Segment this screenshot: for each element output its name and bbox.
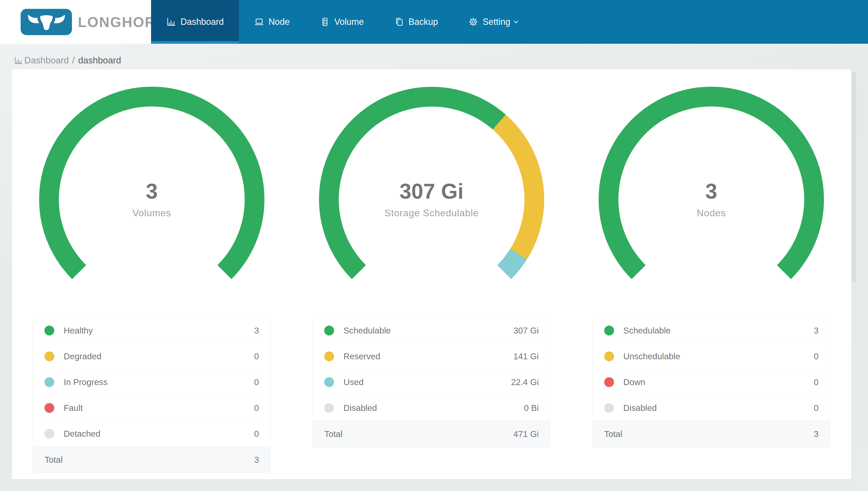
legend-dot: [604, 326, 614, 336]
total-value: 3: [814, 429, 818, 439]
table-row: Fault0: [40, 395, 263, 421]
nav-item-dashboard[interactable]: Dashboard: [151, 0, 239, 44]
nav-item-volume[interactable]: Volume: [305, 0, 379, 44]
gauge-value: 3: [146, 179, 157, 203]
legend-label: Fault: [64, 403, 254, 413]
gauge-segment-reserved: [499, 122, 534, 254]
legend-dot: [604, 403, 614, 413]
table-row: Schedulable307 Gi: [320, 318, 542, 343]
legend-dot: [604, 377, 614, 387]
gauge-value: 3: [705, 179, 717, 203]
legend-value: 22.4 Gi: [511, 377, 539, 387]
legend-dot: [324, 403, 334, 413]
legend-label: In Progress: [64, 377, 254, 387]
legend-value: 0: [814, 377, 818, 387]
legend-label: Detached: [64, 429, 254, 439]
legend-dot: [44, 326, 54, 336]
table-row: Degraded0: [40, 343, 263, 369]
gauge-segment-used: [504, 254, 519, 272]
volumes-column: 3 Volumes Healthy3Degraded0In Progress0F…: [12, 69, 291, 479]
storage-legend-table: Schedulable307 GiReserved141 GiUsed22.4 …: [313, 318, 550, 447]
legend-value: 0: [254, 403, 259, 413]
chevron-down-icon: [510, 18, 520, 26]
nav-label: Backup: [408, 17, 438, 27]
legend-dot: [44, 429, 54, 439]
legend-value: 0: [254, 429, 259, 439]
legend-value: 0 Bi: [524, 403, 539, 413]
legend-label: Used: [343, 377, 511, 387]
top-navbar: LONGHORN Dashboard Node Volume: [0, 0, 868, 44]
breadcrumb-separator: /: [72, 55, 75, 66]
gauge-subtitle: Storage Schedulable: [384, 208, 479, 218]
table-row: Unschedulable0: [600, 343, 823, 369]
table-row: Schedulable3: [600, 318, 823, 343]
server-icon: [320, 17, 334, 27]
nav-item-node[interactable]: Node: [239, 0, 305, 44]
breadcrumb-section[interactable]: Dashboard: [24, 55, 69, 66]
nodes-gauge-chart: 3 Nodes: [588, 85, 834, 293]
legend-dot: [324, 326, 334, 336]
breadcrumb-page: dashboard: [78, 55, 121, 66]
legend-label: Healthy: [64, 326, 254, 336]
total-row: Total471 Gi: [313, 421, 550, 447]
nav-label: Node: [269, 17, 289, 27]
legend-value: 0: [254, 377, 259, 387]
total-label: Total: [44, 455, 63, 465]
legend-label: Down: [623, 377, 814, 387]
nav-label: Setting: [483, 17, 510, 27]
gauge-subtitle: Volumes: [132, 208, 171, 218]
legend-dot: [44, 377, 54, 387]
nav-label: Dashboard: [181, 17, 224, 27]
total-label: Total: [604, 429, 622, 439]
nav-item-setting[interactable]: Setting: [453, 0, 535, 44]
total-label: Total: [324, 429, 342, 439]
legend-label: Schedulable: [623, 326, 814, 336]
legend-dot: [44, 351, 54, 361]
table-row: Healthy3: [40, 318, 263, 343]
table-row: Used22.4 Gi: [320, 369, 542, 395]
bar-chart-icon: [166, 17, 181, 27]
legend-value: 0: [814, 403, 818, 413]
total-value: 471 Gi: [513, 429, 539, 439]
nodes-legend-table: Schedulable3Unschedulable0Down0Disabled0…: [593, 318, 830, 447]
longhorn-logo-tile: [21, 9, 72, 35]
legend-dot: [44, 403, 54, 413]
table-row: In Progress0: [40, 369, 263, 395]
legend-value: 3: [814, 326, 818, 336]
breadcrumb: Dashboard / dashboard: [14, 55, 868, 66]
legend-label: Unschedulable: [623, 351, 814, 361]
gauge-subtitle: Nodes: [697, 208, 726, 218]
legend-label: Schedulable: [343, 326, 513, 336]
legend-value: 0: [254, 351, 259, 361]
dashboard-card: 3 Volumes Healthy3Degraded0In Progress0F…: [12, 69, 851, 479]
legend-value: 307 Gi: [513, 326, 539, 336]
nav-item-backup[interactable]: Backup: [379, 0, 453, 44]
legend-dot: [324, 351, 334, 361]
legend-value: 0: [814, 351, 818, 361]
vertical-scrollbar-thumb[interactable]: [852, 72, 856, 283]
nav-label: Volume: [334, 17, 364, 27]
storage-column: 307 Gi Storage Schedulable Schedulable30…: [291, 69, 571, 479]
copy-icon: [394, 17, 408, 27]
table-row: Down0: [600, 369, 823, 395]
legend-value: 141 Gi: [513, 351, 539, 361]
legend-label: Reserved: [343, 351, 513, 361]
legend-value: 3: [254, 326, 259, 336]
volumes-gauge-chart: 3 Volumes: [29, 85, 275, 293]
legend-dot: [324, 377, 334, 387]
table-row: Detached0: [40, 421, 263, 446]
total-value: 3: [254, 455, 259, 465]
volumes-legend-table: Healthy3Degraded0In Progress0Fault0Detac…: [33, 318, 271, 473]
bar-chart-icon: [14, 56, 24, 65]
logo-area[interactable]: LONGHORN: [0, 0, 151, 44]
legend-label: Disabled: [623, 403, 814, 413]
storage-gauge-chart: 307 Gi Storage Schedulable: [309, 85, 554, 293]
legend-label: Degraded: [64, 351, 254, 361]
nodes-column: 3 Nodes Schedulable3Unschedulable0Down0D…: [571, 69, 851, 479]
table-row: Disabled0: [600, 395, 823, 421]
laptop-icon: [254, 17, 269, 27]
gear-icon: [468, 17, 483, 27]
gauge-value: 307 Gi: [399, 179, 463, 203]
longhorn-bull-icon: [26, 11, 67, 33]
total-row: Total3: [593, 421, 830, 447]
